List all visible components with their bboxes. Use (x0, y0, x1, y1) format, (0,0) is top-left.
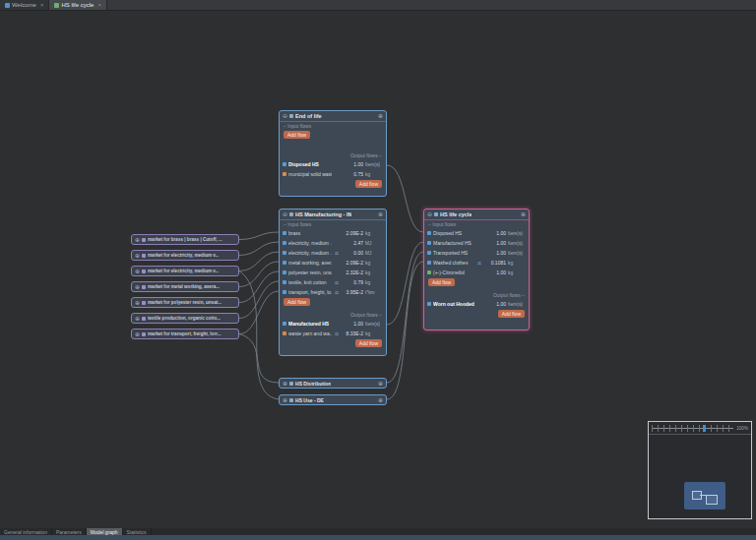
process-node-hs-distribution[interactable]: ⊕ HS Distribution ⊕ (279, 378, 387, 389)
expand-icon[interactable]: ⊕ (378, 381, 383, 387)
flow-row[interactable]: transport, freight, lo... ⚖ 3.95E-2 t*km (280, 287, 386, 297)
add-input-flow-button[interactable]: Add flow (428, 278, 455, 286)
product-flow-icon (283, 290, 286, 294)
tab-hs-life-cycle-label: HS life cycle (61, 2, 94, 8)
flow-row[interactable]: Transported HS 1.00 Item(s) (424, 248, 529, 258)
node-header[interactable]: ⊖ HS life cycle ⊕ (424, 210, 529, 220)
graph-overview-icon (684, 482, 725, 510)
tab-welcome[interactable]: Welcome × (0, 0, 49, 10)
zoom-slider-row: 100% (649, 422, 751, 435)
process-icon (289, 382, 293, 386)
zoom-slider-handle[interactable] (703, 425, 706, 432)
provider-label: market for electricity, medium v... (148, 269, 219, 273)
tab-parameters[interactable]: Parameters (52, 528, 87, 535)
expand-icon[interactable]: ⊕ (521, 211, 526, 217)
editor-tab-bar: Welcome × HS life cycle × (0, 0, 756, 11)
tab-statistics[interactable]: Statistics (123, 528, 152, 535)
collapse-icon[interactable]: ⊖ (427, 211, 432, 217)
expand-icon[interactable]: ⊕ (378, 113, 383, 119)
expand-icon[interactable]: ⊕ (378, 211, 383, 217)
product-flow-icon (283, 322, 286, 326)
product-flow-icon (283, 231, 286, 235)
provider-node-transport[interactable]: ⊕ market for transport, freight, lorr... (131, 329, 239, 339)
add-input-flow-button[interactable]: Add flow (284, 298, 310, 306)
flow-row[interactable]: Manufactured HS 1.00 Item(s) (280, 319, 386, 329)
close-icon[interactable]: × (97, 2, 101, 8)
process-icon (142, 317, 146, 321)
flow-row[interactable]: Disposed HS 1.00 Item(s) (424, 228, 529, 238)
process-node-hs-life-cycle[interactable]: ⊖ HS life cycle ⊕ − Input flows Disposed… (423, 209, 530, 330)
product-flow-icon (427, 241, 431, 245)
elementary-flow-icon (427, 270, 431, 274)
provider-icon: ⚖ (334, 331, 340, 336)
waste-flow-icon (283, 331, 286, 335)
provider-icon: ⚖ (334, 280, 340, 285)
expand-icon[interactable]: ⊕ (135, 300, 140, 306)
node-header[interactable]: ⊖ End of life ⊕ (280, 111, 386, 122)
expand-icon[interactable]: ⊕ (283, 397, 287, 403)
expand-icon[interactable]: ⊕ (378, 397, 383, 403)
expand-icon[interactable]: ⊕ (283, 381, 287, 387)
expand-icon[interactable]: ⊕ (135, 269, 140, 274)
minimap-viewport[interactable] (649, 435, 751, 518)
process-icon (289, 114, 293, 118)
zoom-slider[interactable] (652, 425, 733, 432)
product-flow-icon (283, 251, 286, 255)
model-tab-icon (54, 3, 59, 8)
tab-model-graph[interactable]: Model graph (87, 528, 123, 535)
expand-icon[interactable]: ⊕ (135, 253, 140, 259)
editor-bottom-tabs: General information Parameters Model gra… (0, 528, 756, 535)
product-flow-icon (427, 302, 431, 306)
provider-node-brass[interactable]: ⊕ market for brass | brass | Cutoff, ... (131, 234, 239, 245)
expand-icon[interactable]: ⊕ (135, 331, 140, 337)
flow-row[interactable]: municipal solid waste 0.75 kg (280, 169, 386, 179)
flow-row[interactable]: polyester resin, unsa... 2.32E-2 kg (280, 268, 386, 277)
add-input-flow-button[interactable]: Add flow (284, 131, 310, 139)
flow-row[interactable]: Manufactured HS 1.00 Item(s) (424, 238, 529, 248)
add-output-flow-button[interactable]: Add flow (355, 180, 382, 188)
tab-general-information[interactable]: General information (0, 528, 52, 535)
flow-row[interactable]: Washed clothes ⚖ 0.1081 kg (424, 258, 529, 268)
add-output-row: Add flow (280, 338, 386, 348)
process-icon (142, 254, 146, 258)
product-flow-icon (283, 270, 286, 274)
minimap-panel: 100% (648, 421, 752, 519)
add-output-row: Add flow (280, 179, 386, 189)
add-input-row: Add flow (280, 130, 386, 140)
expand-icon[interactable]: ⊕ (135, 284, 140, 290)
flow-row[interactable]: electricity, medium ... ⚖ 0.00 MJ (280, 248, 386, 258)
tab-hs-life-cycle[interactable]: HS life cycle × (49, 0, 107, 10)
collapse-icon[interactable]: ⊖ (283, 211, 287, 217)
flow-row[interactable]: electricity, medium ... 2.47 MJ (280, 238, 386, 248)
provider-node-polyester-resin[interactable]: ⊕ market for polyester resin, unsat... (131, 297, 239, 308)
expand-icon[interactable]: ⊕ (135, 237, 140, 243)
close-icon[interactable]: × (40, 2, 44, 8)
provider-node-electricity-1[interactable]: ⊕ market for electricity, medium v... (131, 250, 239, 261)
zoom-level-label: 100% (736, 426, 748, 431)
add-output-flow-button[interactable]: Add flow (355, 339, 382, 347)
provider-node-textile-production[interactable]: ⊕ textile production, organic cotto... (131, 313, 239, 324)
flow-row[interactable]: metal working, aver... 2.09E-2 kg (280, 258, 386, 268)
provider-node-electricity-2[interactable]: ⊕ market for electricity, medium v... (131, 266, 239, 276)
process-node-end-of-life[interactable]: ⊖ End of life ⊕ − Input flows Add flow O… (279, 110, 387, 197)
input-flows-label: − Input flows (424, 220, 529, 228)
collapse-icon[interactable]: ⊖ (283, 113, 287, 119)
process-icon (142, 301, 146, 305)
flow-row[interactable]: Disposed HS 1.00 Item(s) (280, 159, 386, 169)
provider-node-metal-working[interactable]: ⊕ market for metal working, avera... (131, 281, 239, 292)
provider-icon: ⚖ (334, 290, 340, 295)
output-flows-label: Output flows − (280, 151, 386, 159)
flow-row[interactable]: brass 2.09E-2 kg (280, 228, 386, 238)
add-output-flow-button[interactable]: Add flow (498, 310, 525, 318)
expand-icon[interactable]: ⊕ (135, 316, 140, 322)
process-node-hs-use-de[interactable]: ⊕ HS Use - DE ⊕ (279, 394, 387, 405)
output-flows-label: Output flows − (424, 291, 529, 299)
flow-row[interactable]: (+-)-Citronellol 1.00 kg (424, 268, 529, 277)
provider-label: textile production, organic cotto... (148, 316, 220, 321)
status-bar (0, 535, 756, 540)
flow-row[interactable]: waste yarn and wa... ⚖ 8.33E-2 kg (280, 329, 386, 338)
flow-row[interactable]: Worn out Hooded Swea... 1.00 Item(s) (424, 299, 529, 309)
flow-row[interactable]: textile, knit cotton ⚖ 0.79 kg (280, 277, 386, 287)
process-node-hs-manufacturing[interactable]: ⊖ HS Manufacturing - IN ⊕ − Input flows … (279, 209, 387, 356)
node-header[interactable]: ⊖ HS Manufacturing - IN ⊕ (280, 210, 386, 220)
